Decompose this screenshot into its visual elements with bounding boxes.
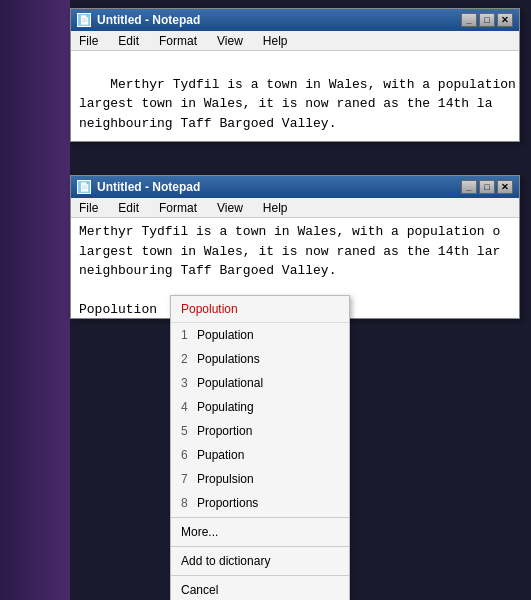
spell-check-menu: Popolution 1Population2Populations3Popul… — [170, 295, 350, 600]
menu-file-2[interactable]: File — [75, 200, 102, 216]
suggestion-number: 6 — [181, 448, 193, 462]
suggestion-item[interactable]: 3Populational — [171, 371, 349, 395]
menu-view-1[interactable]: View — [213, 33, 247, 49]
title-controls-2: _ □ ✕ — [461, 180, 513, 194]
menu-format-2[interactable]: Format — [155, 200, 201, 216]
suggestion-word: Populations — [197, 352, 260, 366]
window-title-2: Untitled - Notepad — [97, 180, 200, 194]
cancel-button[interactable]: Cancel — [171, 578, 349, 600]
suggestion-number: 4 — [181, 400, 193, 414]
close-btn-1[interactable]: ✕ — [497, 13, 513, 27]
suggestion-word: Populational — [197, 376, 263, 390]
maximize-btn-1[interactable]: □ — [479, 13, 495, 27]
suggestion-item[interactable]: 2Populations — [171, 347, 349, 371]
text-area-1[interactable]: Merthyr Tydfil is a town in Wales, with … — [71, 51, 519, 141]
suggestion-number: 3 — [181, 376, 193, 390]
window-title-1: Untitled - Notepad — [97, 13, 200, 27]
menu-help-2[interactable]: Help — [259, 200, 292, 216]
suggestion-word: Population — [197, 328, 254, 342]
spell-header: Popolution — [171, 296, 349, 323]
suggestion-word: Pupation — [197, 448, 244, 462]
left-bar — [0, 0, 70, 600]
suggestion-number: 1 — [181, 328, 193, 342]
menu-bar-2: File Edit Format View Help — [71, 198, 519, 218]
suggestion-item[interactable]: 1Population — [171, 323, 349, 347]
text-content-1: Merthyr Tydfil is a town in Wales, with … — [79, 77, 516, 131]
suggestion-item[interactable]: 7Propulsion — [171, 467, 349, 491]
suggestions-list: 1Population2Populations3Populational4Pop… — [171, 323, 349, 515]
suggestion-number: 7 — [181, 472, 193, 486]
divider-2 — [171, 546, 349, 547]
title-controls-1: _ □ ✕ — [461, 13, 513, 27]
divider-1 — [171, 517, 349, 518]
notepad-icon-2: 📄 — [77, 180, 91, 194]
notepad-icon-1: 📄 — [77, 13, 91, 27]
maximize-btn-2[interactable]: □ — [479, 180, 495, 194]
menu-view-2[interactable]: View — [213, 200, 247, 216]
menu-file-1[interactable]: File — [75, 33, 102, 49]
suggestion-number: 5 — [181, 424, 193, 438]
menu-bar-1: File Edit Format View Help — [71, 31, 519, 51]
title-bar-1: 📄 Untitled - Notepad _ □ ✕ — [71, 9, 519, 31]
suggestion-item[interactable]: 8Proportions — [171, 491, 349, 515]
suggestion-number: 8 — [181, 496, 193, 510]
more-button[interactable]: More... — [171, 520, 349, 544]
suggestion-word: Populating — [197, 400, 254, 414]
divider-3 — [171, 575, 349, 576]
suggestion-item[interactable]: 4Populating — [171, 395, 349, 419]
suggestion-number: 2 — [181, 352, 193, 366]
suggestion-word: Proportion — [197, 424, 252, 438]
minimize-btn-1[interactable]: _ — [461, 13, 477, 27]
suggestion-item[interactable]: 5Proportion — [171, 419, 349, 443]
add-to-dictionary-button[interactable]: Add to dictionary — [171, 549, 349, 573]
menu-format-1[interactable]: Format — [155, 33, 201, 49]
suggestion-word: Propulsion — [197, 472, 254, 486]
close-btn-2[interactable]: ✕ — [497, 180, 513, 194]
suggestion-word: Proportions — [197, 496, 258, 510]
window-1: 📄 Untitled - Notepad _ □ ✕ File Edit For… — [70, 8, 520, 142]
menu-edit-2[interactable]: Edit — [114, 200, 143, 216]
suggestion-item[interactable]: 6Pupation — [171, 443, 349, 467]
minimize-btn-2[interactable]: _ — [461, 180, 477, 194]
menu-edit-1[interactable]: Edit — [114, 33, 143, 49]
menu-help-1[interactable]: Help — [259, 33, 292, 49]
title-bar-2: 📄 Untitled - Notepad _ □ ✕ — [71, 176, 519, 198]
